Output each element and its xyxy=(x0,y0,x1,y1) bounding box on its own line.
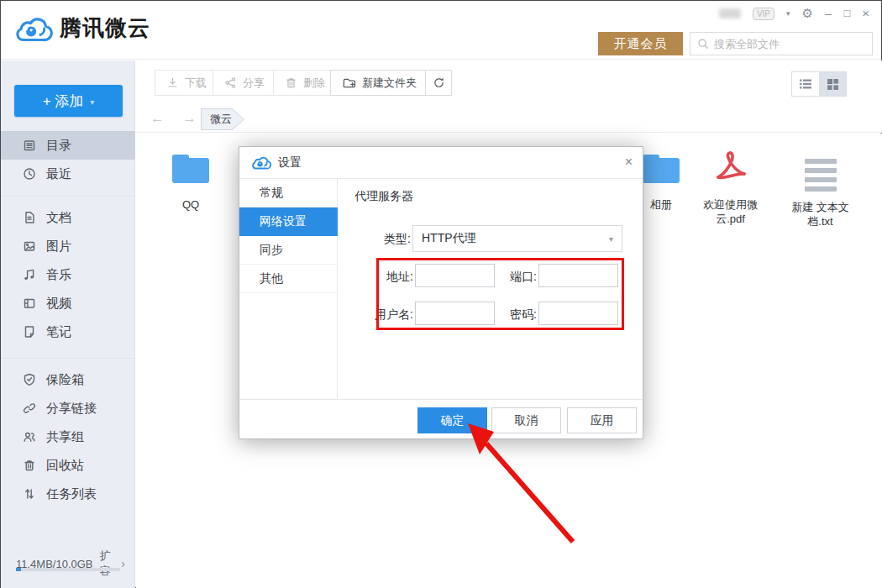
shield-icon xyxy=(22,373,36,387)
proxy-type-dropdown[interactable]: HTTP代理 ▾ xyxy=(412,225,622,252)
weiyun-window: 腾讯微云 VIP ▾ ⚙ – □ × 开通会员 + 添加 ▾ 目录 xyxy=(0,0,882,588)
username-input[interactable] xyxy=(415,302,495,325)
sidebar: + 添加 ▾ 目录 最近 文档 图片 音乐 视频 笔 xyxy=(1,60,135,588)
settings-gear-icon[interactable]: ⚙ xyxy=(802,7,813,20)
proxy-type-value: HTTP代理 xyxy=(422,231,476,246)
maximize-button[interactable]: □ xyxy=(843,7,850,20)
trash-icon xyxy=(22,459,36,473)
top-bar: 腾讯微云 VIP ▾ ⚙ – □ × 开通会员 xyxy=(1,1,881,60)
share-label: 分享 xyxy=(243,76,265,91)
file-name: QQ xyxy=(144,197,237,212)
folder-icon xyxy=(641,152,681,186)
file-txt-new-document[interactable]: 新建 文本文档.txt xyxy=(785,152,856,228)
sidebar-item-safebox[interactable]: 保险箱 xyxy=(1,365,135,394)
apply-button[interactable]: 应用 xyxy=(567,407,637,433)
pdf-icon xyxy=(711,149,750,186)
expand-storage-link[interactable]: 扩容 › xyxy=(100,549,125,579)
file-folder-qq[interactable]: QQ xyxy=(144,152,237,212)
app-logo: 腾讯微云 xyxy=(14,13,150,43)
dialog-tab-other[interactable]: 其他 xyxy=(239,265,338,293)
file-pdf-welcome[interactable]: 欢迎使用微云.pdf xyxy=(695,149,766,226)
transfer-arrows-icon xyxy=(22,487,36,501)
breadcrumb-bar: ← → 微云 xyxy=(136,106,882,133)
sidebar-item-label: 回收站 xyxy=(46,458,84,474)
sidebar-item-label: 最近 xyxy=(46,166,71,182)
video-icon xyxy=(22,297,36,311)
sidebar-item-videos[interactable]: 视频 xyxy=(1,289,135,318)
back-arrow-button[interactable]: ← xyxy=(150,110,165,127)
breadcrumb-root-tab[interactable]: 微云 xyxy=(201,108,244,130)
sidebar-item-label: 笔记 xyxy=(46,324,71,340)
grid-view-button[interactable] xyxy=(819,72,846,96)
ok-button[interactable]: 确定 xyxy=(417,407,487,433)
dialog-tab-list: 常规 网络设置 同步 其他 xyxy=(239,179,338,400)
sidebar-divider xyxy=(1,196,135,197)
sidebar-item-recycle-bin[interactable]: 回收站 xyxy=(1,451,135,480)
refresh-icon xyxy=(433,76,445,89)
sidebar-item-directory[interactable]: 目录 xyxy=(1,131,135,160)
account-caret-icon[interactable]: ▾ xyxy=(786,7,790,20)
sidebar-item-label: 共享组 xyxy=(46,429,84,445)
password-label: 密码: xyxy=(495,307,537,323)
search-icon xyxy=(697,38,709,50)
delete-button[interactable]: 删除 xyxy=(273,70,337,96)
sidebar-item-label: 视频 xyxy=(46,296,71,312)
file-toolbar: 下载 分享 删除 新建文件夹 xyxy=(136,60,882,106)
dialog-header: 设置 × xyxy=(239,147,643,179)
link-icon xyxy=(22,402,36,416)
folder-icon xyxy=(171,152,211,186)
new-folder-label: 新建文件夹 xyxy=(362,76,417,91)
storage-progress-fill xyxy=(16,568,21,571)
dialog-cloud-logo-icon xyxy=(251,155,271,170)
address-input[interactable] xyxy=(415,264,495,287)
sidebar-item-label: 文档 xyxy=(46,210,71,226)
sidebar-item-shared-groups[interactable]: 共享组 xyxy=(1,423,135,451)
proxy-type-label: 类型: xyxy=(374,232,411,247)
share-button[interactable]: 分享 xyxy=(213,70,276,96)
sidebar-item-music[interactable]: 音乐 xyxy=(1,260,135,289)
search-box[interactable] xyxy=(690,32,873,55)
port-input[interactable] xyxy=(538,264,618,287)
password-input[interactable] xyxy=(538,302,618,325)
download-button[interactable]: 下载 xyxy=(155,70,218,96)
file-name: 新建 文本文档.txt xyxy=(785,200,856,228)
dialog-tab-sync[interactable]: 同步 xyxy=(239,236,338,265)
refresh-button[interactable] xyxy=(425,70,452,96)
cancel-button[interactable]: 取消 xyxy=(491,407,561,433)
grid-view-icon xyxy=(827,78,839,91)
cloud-logo-icon xyxy=(14,15,53,42)
download-icon xyxy=(166,76,179,89)
share-icon xyxy=(224,76,237,89)
open-membership-button[interactable]: 开通会员 xyxy=(598,32,683,55)
dropdown-caret-icon: ▾ xyxy=(609,234,613,244)
sidebar-item-task-list[interactable]: 任务列表 xyxy=(1,480,135,508)
image-icon xyxy=(22,239,36,254)
username-label: 用户名: xyxy=(360,307,413,323)
sidebar-item-label: 保险箱 xyxy=(46,372,84,388)
dialog-tab-general[interactable]: 常规 xyxy=(239,179,338,207)
sidebar-item-share-links[interactable]: 分享链接 xyxy=(1,394,135,423)
settings-dialog: 设置 × 常规 网络设置 同步 其他 代理服务器 类型: HTTP代理 ▾ 地址… xyxy=(239,146,643,439)
add-caret-icon: ▾ xyxy=(90,97,94,107)
directory-icon xyxy=(22,139,36,153)
sidebar-item-label: 任务列表 xyxy=(46,486,97,502)
sidebar-item-label: 音乐 xyxy=(46,267,71,283)
vip-badge: VIP xyxy=(753,8,774,20)
close-window-button[interactable]: × xyxy=(862,7,869,20)
sidebar-item-recent[interactable]: 最近 xyxy=(1,160,135,188)
dialog-tab-network[interactable]: 网络设置 xyxy=(239,207,338,236)
search-input[interactable] xyxy=(714,38,865,50)
new-folder-button[interactable]: 新建文件夹 xyxy=(330,70,428,96)
add-button[interactable]: + 添加 ▾ xyxy=(14,85,123,117)
sidebar-item-notes[interactable]: 笔记 xyxy=(1,318,135,346)
view-toggle xyxy=(791,71,847,97)
forward-arrow-button[interactable]: → xyxy=(182,110,197,127)
dialog-close-button[interactable]: × xyxy=(625,155,633,170)
music-icon xyxy=(22,268,36,282)
sidebar-item-documents[interactable]: 文档 xyxy=(1,203,135,232)
minimize-button[interactable]: – xyxy=(825,7,832,20)
list-view-icon xyxy=(799,78,812,90)
list-view-button[interactable] xyxy=(792,72,819,96)
sidebar-item-pictures[interactable]: 图片 xyxy=(1,232,135,260)
sidebar-item-label: 目录 xyxy=(46,138,71,154)
